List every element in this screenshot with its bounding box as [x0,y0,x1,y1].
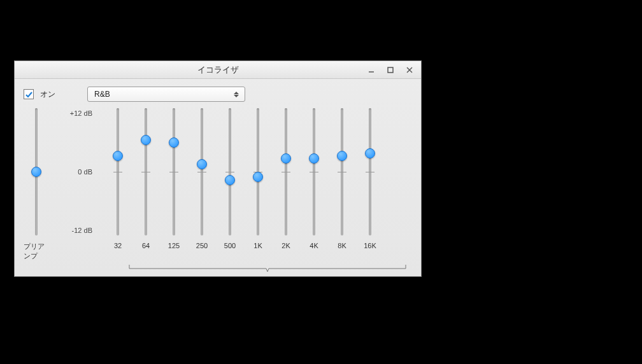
top-row: オン R&B [24,87,412,102]
band-thumb[interactable] [141,135,151,145]
band-thumb[interactable] [309,153,319,164]
band-8K: 8K [328,108,356,261]
on-checkbox-label: オン [40,89,55,100]
band-slider[interactable] [285,108,287,235]
band-thumb[interactable] [169,137,179,148]
close-button[interactable] [401,63,418,77]
band-freq-label: 125 [168,242,180,249]
band-slider[interactable] [117,108,119,235]
band-32: 32 [104,108,132,261]
callout-line [248,283,249,364]
band-freq-label: 32 [114,242,122,249]
band-slider[interactable] [369,108,371,235]
band-thumb[interactable] [225,175,235,185]
band-125: 125 [160,108,188,261]
bands-bracket [128,263,407,272]
preset-dropdown[interactable]: R&B [87,87,245,102]
band-thumb[interactable] [365,148,375,158]
band-slider[interactable] [173,108,175,235]
db-scale: +12 dB 0 dB -12 dB [61,108,92,235]
band-thumb[interactable] [253,172,263,182]
updown-caret-icon [232,90,241,99]
band-16K: 16K [356,108,384,261]
band-freq-label: 250 [196,242,208,249]
preset-selected: R&B [94,90,110,99]
on-checkbox[interactable] [24,89,34,99]
scale-mid: 0 dB [61,168,92,176]
band-4K: 4K [300,108,328,261]
band-freq-label: 8K [338,242,346,249]
preamp-column: プリアンプ [24,108,49,261]
band-freq-label: 500 [224,242,236,249]
band-slider[interactable] [201,108,203,235]
band-slider[interactable] [313,108,315,235]
band-freq-label: 4K [310,242,318,249]
band-freq-label: 64 [142,242,150,249]
band-thumb[interactable] [197,159,207,169]
band-freq-label: 2K [282,242,290,249]
band-500: 500 [216,108,244,261]
band-slider[interactable] [257,108,259,235]
window-controls [362,61,418,79]
band-thumb[interactable] [281,153,291,164]
window-title: イコライザ [197,64,239,76]
window-content: オン R&B プリアンプ +12 dB 0 dB -12 dB [15,79,421,276]
band-freq-label: 16K [364,242,376,249]
svg-rect-1 [388,67,393,73]
callout-line [39,269,39,364]
band-slider[interactable] [341,108,343,235]
bands-group: 32641252505001K2K4K8K16K [104,108,384,261]
preamp-thumb[interactable] [31,167,41,177]
preamp-label: プリアンプ [24,242,49,261]
titlebar: イコライザ [15,61,421,79]
scale-top: +12 dB [61,109,92,117]
band-slider[interactable] [145,108,147,235]
band-thumb[interactable] [337,151,347,161]
equalizer-area: プリアンプ +12 dB 0 dB -12 dB 32641252505001K… [24,108,412,261]
preamp-slider[interactable] [35,108,38,235]
scale-bottom: -12 dB [61,227,92,234]
band-slider[interactable] [229,108,231,235]
band-250: 250 [188,108,216,261]
band-2K: 2K [272,108,300,261]
band-thumb[interactable] [113,151,123,161]
band-freq-label: 1K [253,242,262,249]
maximize-button[interactable] [382,63,399,77]
minimize-button[interactable] [362,63,380,77]
band-1K: 1K [244,108,272,261]
band-64: 64 [132,108,160,261]
equalizer-window: イコライザ オン R&B [14,60,422,277]
